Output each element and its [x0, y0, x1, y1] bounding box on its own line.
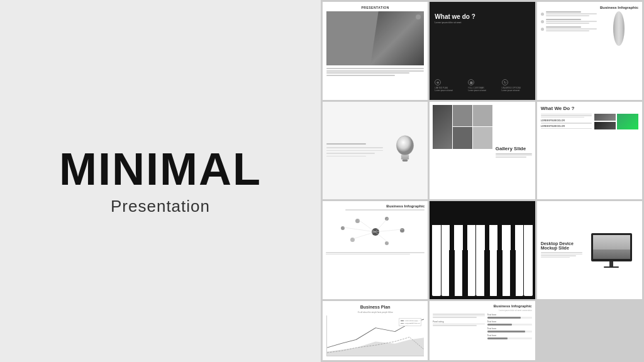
gallery-photos — [433, 105, 492, 149]
slide-11[interactable]: Business Infographic Lorem ipsum dolor s… — [430, 301, 535, 360]
slide-10[interactable]: Business Plan It's all about the simple … — [323, 301, 428, 360]
bulb-image — [386, 106, 424, 196]
chart-icon: ▦ — [468, 79, 474, 85]
slide-3-title: Business Infographic — [541, 6, 638, 9]
network-diagram — [326, 213, 425, 251]
slide-2-title: What we do ? — [435, 13, 530, 20]
svg-rect-2 — [401, 158, 409, 160]
hero-subtitle: Presentation — [111, 197, 210, 216]
icon-2-label: FULL CUSTOMARLorem ipsum sit amet — [468, 87, 486, 92]
slide-3-text — [541, 11, 597, 46]
svg-point-0 — [397, 136, 414, 155]
slide-9-title: Desktop DeviceMockup Slide — [541, 241, 582, 250]
svg-rect-1 — [401, 155, 409, 157]
desktop-mockup — [585, 205, 638, 295]
slide-9[interactable]: Desktop DeviceMockup Slide — [537, 201, 642, 299]
svg-line-8 — [353, 232, 375, 239]
slide-3-shape — [599, 11, 638, 46]
svg-line-4 — [358, 220, 375, 232]
svg-line-7 — [375, 232, 388, 243]
refresh-icon: ↻ — [502, 79, 508, 85]
icon-item-2: ▦ FULL CUSTOMARLorem ipsum sit amet — [468, 79, 496, 92]
slide-11-sub: Lorem ipsum dolor sit amet consectetur — [433, 309, 531, 312]
svg-line-9 — [343, 228, 375, 232]
slide-3-content — [541, 11, 638, 46]
icon-3-label: UNLIMITED OPTIONSLorem ipsum sit amet — [502, 87, 521, 92]
slide-4-text — [326, 106, 383, 196]
slide-2-icons: ⊕ LIMITED PLANLorem ipsum sit amet ▦ FUL… — [435, 79, 530, 95]
slide-4[interactable] — [323, 102, 428, 200]
icon-1-label: LIMITED PLANLorem ipsum sit amet — [435, 87, 453, 92]
gallery-info: Gallery Slide — [496, 108, 532, 197]
svg-line-5 — [375, 218, 388, 232]
chart-area: Lorem ipsum dolor Lorem ipsum dolor sit — [326, 315, 424, 356]
svg-rect-3 — [402, 160, 408, 162]
icon-item-3: ↻ UNLIMITED OPTIONSLorem ipsum sit amet — [502, 79, 530, 92]
slide-6-photos — [594, 114, 638, 130]
slide-6-text: LOREM IPSUM DOLOR LOREM IPSUM DOLOR — [541, 114, 592, 130]
slide-5[interactable]: Gallery Slide — [430, 102, 535, 200]
slide-7[interactable]: Business Infographic — [323, 201, 428, 299]
slide-11-title: Business Infographic — [433, 304, 531, 308]
slide-8[interactable] — [430, 201, 535, 299]
slides-grid: PRESENTATION What we do ? Lorem ipsum do… — [321, 0, 644, 362]
gallery-title: Gallery Slide — [496, 146, 532, 151]
slide-1-label: PRESENTATION — [326, 6, 424, 9]
slide-6[interactable]: What We Do ? LOREM IPSUM DOLOR LOREM IPS… — [537, 102, 642, 200]
slide-9-text: Desktop DeviceMockup Slide — [541, 205, 582, 295]
slide-7-title: Business Infographic — [326, 204, 425, 208]
slide-11-progress: Text here Text here Text here Text here — [487, 314, 532, 339]
hero-title: MINIMAL — [59, 146, 262, 192]
icon-item-1: ⊕ LIMITED PLANLorem ipsum sit amet — [435, 79, 463, 92]
slide-3[interactable]: Business Infographic — [537, 2, 642, 100]
slide-2[interactable]: What we do ? Lorem ipsum dolor sit amet … — [430, 2, 535, 100]
slide-2-sub: Lorem ipsum dolor sit amet — [435, 21, 492, 24]
slide-10-sub: It's all about the simple facts people f… — [326, 311, 424, 314]
slide-1[interactable]: PRESENTATION — [323, 2, 428, 100]
globe-icon: ⊕ — [435, 79, 441, 85]
hero-panel: MINIMAL Presentation — [0, 0, 321, 362]
slide-11-text: Panel rating — [433, 314, 485, 339]
slide-6-content: LOREM IPSUM DOLOR LOREM IPSUM DOLOR — [541, 114, 638, 130]
slide-10-title: Business Plan — [326, 305, 424, 309]
slide-6-title: What We Do ? — [541, 106, 638, 111]
svg-line-6 — [375, 229, 403, 232]
slide-1-image — [326, 11, 424, 65]
